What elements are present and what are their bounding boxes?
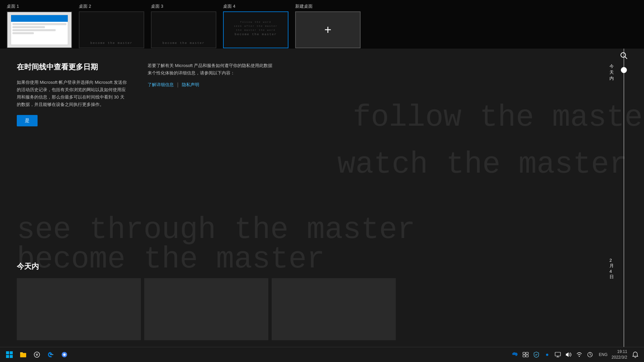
learn-more-link[interactable]: 了解详细信息: [148, 82, 174, 88]
info-links: 了解详细信息 | 隐私声明: [148, 82, 275, 88]
timeline-dot-today: [621, 67, 627, 73]
pc-icon[interactable]: [553, 350, 562, 359]
svg-rect-10: [526, 355, 528, 357]
timeline-line: [624, 49, 624, 347]
separator: |: [177, 82, 178, 88]
left-panel: 在时间线中查看更多日期 如果你使用 Microsoft 帐户登录并选择向 Mic…: [0, 49, 144, 347]
info-right: 若要了解有关 Microsoft 产品和服务如何遵守你的隐私使用此数据来个性化体…: [148, 62, 275, 95]
edge-tray-icon[interactable]: ●: [542, 350, 552, 359]
desktop-label-3: 桌面 3: [151, 3, 163, 9]
svg-rect-7: [523, 352, 525, 354]
defender-icon[interactable]: [532, 350, 541, 359]
desktop-bar: 桌面 1 桌面 2 become the master: [0, 0, 644, 49]
time-display: 19:11: [611, 349, 627, 355]
today-card-3[interactable]: [272, 278, 396, 340]
mockup-line: [12, 26, 45, 28]
desktop-item-1[interactable]: 桌面 1: [7, 3, 72, 48]
desktop-thumb-4[interactable]: follow the word seek after the master th…: [223, 11, 288, 48]
date-display: 2022/3/2: [611, 355, 627, 360]
desktop-label-new: 新建桌面: [295, 3, 313, 9]
desktop-thumb-text-4a: follow the word: [240, 21, 271, 23]
info-title: 在时间线中查看更多日期: [17, 62, 127, 72]
mockup-line: [12, 29, 56, 31]
onedrive-icon[interactable]: [510, 350, 520, 359]
desktop-thumb-text-4b: seek after the master: [234, 25, 277, 27]
yes-button[interactable]: 是: [17, 115, 38, 126]
search-icon[interactable]: [620, 52, 628, 61]
desktop-thumb-text-4c: the master the word: [236, 29, 276, 32]
desktop-label-1: 桌面 1: [7, 3, 19, 9]
desktop-screenshot-1: [7, 12, 71, 48]
cortana-icon[interactable]: [31, 349, 43, 361]
info-body: 如果你使用 Microsoft 帐户登录并选择向 Microsoft 发送你的活…: [17, 79, 127, 108]
desktop-item-new[interactable]: 新建桌面 +: [295, 3, 361, 48]
task-view-icon[interactable]: [521, 350, 530, 359]
mockup-bar: [11, 15, 68, 22]
desktop-label-4: 桌面 4: [223, 3, 235, 9]
desktop-thumb-inner-3: become the master: [152, 12, 216, 48]
timeline-label-date: 2月4日: [609, 258, 614, 280]
svg-rect-3: [20, 352, 23, 354]
timeline-label-today: 今天内: [609, 63, 614, 81]
desktop-thumb-inner-4: follow the word seek after the master th…: [224, 12, 288, 48]
desktop-item-2[interactable]: 桌面 2 become the master: [79, 3, 144, 48]
desktop-item-3[interactable]: 桌面 3 become the master: [151, 3, 216, 48]
notification-center-icon[interactable]: [630, 349, 641, 360]
info-right-text: 若要了解有关 Microsoft 产品和服务如何遵守你的隐私使用此数据来个性化体…: [148, 62, 275, 77]
mockup-content: [11, 22, 68, 45]
file-explorer-icon[interactable]: [17, 349, 29, 361]
chrome-icon[interactable]: [58, 349, 70, 361]
desktop-thumb-new[interactable]: +: [295, 11, 361, 48]
bg-text-watch: watch the master: [337, 147, 627, 182]
wifi-icon[interactable]: [575, 350, 584, 359]
desktop-screenshot-inner-1: [11, 15, 68, 45]
desktop-thumb-1[interactable]: [7, 11, 72, 48]
desktop-thumb-3[interactable]: become the master: [151, 11, 216, 48]
taskbar-left: [3, 349, 70, 361]
desktop-thumb-inner-2: become the master: [79, 12, 144, 48]
input-indicator-icon[interactable]: [585, 350, 595, 359]
svg-point-14: [579, 356, 580, 357]
windows-logo: [6, 351, 13, 358]
mockup-line: [12, 32, 34, 34]
desktop-item-4[interactable]: 桌面 4 follow the word seek after the mast…: [223, 3, 288, 48]
desktop-thumb-2[interactable]: become the master: [79, 11, 144, 48]
desktop-label-2: 桌面 2: [79, 3, 91, 9]
desktop-thumb-text-2: become the master: [91, 42, 133, 45]
main-content: follow the master watch the master see t…: [0, 49, 644, 347]
bg-text-follow: follow the master: [353, 101, 644, 135]
plus-icon: +: [324, 23, 331, 37]
desktop-thumb-text-3: become the master: [163, 42, 205, 45]
taskbar: ●: [0, 347, 644, 362]
taskbar-time[interactable]: 19:11 2022/3/2: [611, 349, 627, 360]
system-tray: ●: [510, 350, 595, 359]
svg-rect-11: [555, 352, 560, 356]
privacy-link[interactable]: 隐私声明: [182, 82, 199, 88]
volume-icon[interactable]: [564, 350, 573, 359]
lang-indicator[interactable]: ENG: [597, 350, 609, 359]
svg-line-1: [625, 57, 627, 59]
windows-start-button[interactable]: [3, 349, 15, 361]
taskbar-right: ●: [510, 349, 641, 360]
svg-rect-9: [523, 355, 525, 357]
desktop-thumb-text-4: become the master: [235, 33, 277, 36]
mockup-line: [12, 23, 67, 25]
svg-rect-8: [526, 352, 528, 354]
edge-icon[interactable]: [45, 349, 57, 361]
today-card-2[interactable]: [144, 278, 268, 340]
svg-point-6: [63, 354, 66, 356]
